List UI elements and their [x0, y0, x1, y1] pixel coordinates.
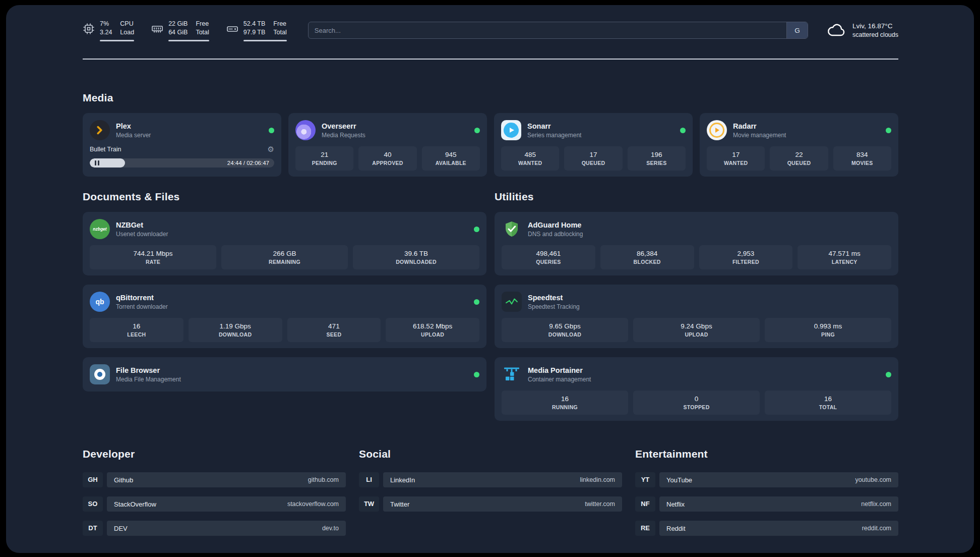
utilities-heading: Utilities [495, 191, 898, 203]
stackoverflow-abbr: SO [83, 496, 103, 512]
weather-location-temp: Lviv, 16.87°C [852, 22, 898, 31]
radarr-status-dot [886, 128, 891, 133]
radarr-icon [707, 120, 727, 140]
player-settings-gear-icon[interactable]: ⚙ [268, 144, 274, 154]
bookmark-youtube[interactable]: YT YouTube youtube.com [635, 472, 898, 487]
disk-free-label: Free [273, 20, 286, 28]
sonarr-app-link[interactable]: Sonarr Series management [501, 119, 686, 141]
qbittorrent-name: qBittorrent [116, 294, 168, 302]
media-section: Media Plex Media server [83, 92, 898, 177]
disk-free-value: 52.4 TB [243, 20, 266, 28]
portainer-stat-stopped: 0 STOPPED [633, 391, 760, 415]
qbittorrent-stat-leech: 16 LEECH [90, 318, 183, 342]
adguard-subtitle: DNS and adblocking [528, 231, 583, 238]
disk-total-value: 97.9 TB [243, 28, 266, 37]
linkedin-abbr: LI [359, 472, 379, 487]
dev-abbr: DT [83, 521, 103, 536]
adguard-card: AdGuard Home DNS and adblocking 498,461 … [495, 212, 898, 275]
portainer-app-link[interactable]: Media Portainer Container management [502, 363, 891, 385]
dashboard-panel: 7% 3.24 CPU Load [6, 5, 974, 553]
media-heading: Media [83, 92, 898, 104]
ram-free-label: Free [196, 20, 209, 28]
ram-monitor: 22 GiB 64 GiB Free Total [151, 20, 209, 41]
radarr-card: Radarr Movie management 17 WANTED 22 QUE… [700, 113, 898, 177]
adguard-app-link[interactable]: AdGuard Home DNS and adblocking [502, 218, 891, 240]
nzbget-stat-remaining: 266 GB REMAINING [221, 245, 348, 269]
nzbget-card: nzbget NZBGet Usenet downloader 744.21 M… [83, 212, 486, 275]
now-playing-title: Bullet Train [90, 146, 121, 153]
speedtest-app-link[interactable]: Speedtest Speedtest Tracking [502, 291, 891, 313]
plex-icon [90, 120, 110, 140]
search-input[interactable] [309, 22, 786, 38]
qbittorrent-stat-upload: 618.52 Mbps UPLOAD [386, 318, 479, 342]
bookmark-twitter[interactable]: TW Twitter twitter.com [359, 496, 622, 512]
pause-icon[interactable] [95, 160, 99, 165]
nzbget-status-dot [474, 227, 479, 232]
speedtest-card: Speedtest Speedtest Tracking 9.65 Gbps D… [495, 285, 898, 348]
sonarr-stat-queued: 17 QUEUED [564, 146, 622, 171]
documents-heading: Documents & Files [83, 191, 486, 203]
overseerr-card: Overseerr Media Requests 21 PENDING 40 A… [288, 113, 487, 177]
speedtest-stat-download: 9.65 Gbps DOWNLOAD [502, 318, 628, 342]
ram-usage-bar [168, 40, 209, 41]
utilities-column: Utilities AdGuard Home DNS and adblockin… [495, 191, 898, 430]
overseerr-name: Overseerr [322, 122, 365, 131]
overseerr-app-link[interactable]: Overseerr Media Requests [295, 119, 480, 141]
bookmark-reddit[interactable]: RE Reddit reddit.com [635, 521, 898, 536]
disk-icon [226, 23, 238, 35]
qbittorrent-subtitle: Torrent downloader [116, 303, 168, 310]
plex-app-link[interactable]: Plex Media server [90, 119, 274, 141]
ram-free-value: 22 GiB [168, 20, 188, 28]
radarr-name: Radarr [733, 122, 786, 131]
speedtest-stat-ping: 0.993 ms PING [765, 318, 891, 342]
nzbget-stat-downloaded: 39.6 TB DOWNLOADED [353, 245, 479, 269]
adguard-stat-latency: 47.571 ms LATENCY [798, 245, 891, 269]
disk-monitor: 52.4 TB 97.9 TB Free Total [226, 20, 287, 41]
plex-subtitle: Media server [116, 132, 151, 139]
cpu-usage-bar [100, 40, 134, 41]
search-engine-button[interactable]: G [786, 22, 808, 38]
ram-icon [151, 23, 163, 35]
radarr-app-link[interactable]: Radarr Movie management [707, 119, 891, 141]
nzbget-app-link[interactable]: nzbget NZBGet Usenet downloader [90, 218, 479, 240]
system-monitors: 7% 3.24 CPU Load [83, 20, 287, 41]
adguard-stat-blocked: 86,384 BLOCKED [600, 245, 694, 269]
sonarr-stat-wanted: 485 WANTED [501, 146, 559, 171]
weather-widget: Lviv, 16.87°C scattered clouds [826, 22, 898, 39]
speedtest-name: Speedtest [528, 294, 580, 302]
weather-condition: scattered clouds [852, 31, 898, 39]
sonarr-subtitle: Series management [527, 132, 581, 139]
developer-links: Developer GH Github github.com SO StackO… [83, 448, 346, 545]
sonarr-icon [501, 120, 521, 140]
portainer-card: Media Portainer Container management 16 … [495, 357, 898, 421]
overseerr-subtitle: Media Requests [322, 132, 365, 139]
overseerr-stat-approved: 40 APPROVED [358, 146, 416, 171]
top-bar: 7% 3.24 CPU Load [83, 15, 898, 45]
radarr-stat-queued: 22 QUEUED [770, 146, 828, 171]
bookmark-linkedin[interactable]: LI LinkedIn linkedin.com [359, 472, 622, 487]
adguard-name: AdGuard Home [528, 221, 583, 230]
qbittorrent-status-dot [474, 299, 479, 305]
bookmark-stackoverflow[interactable]: SO StackOverflow stackoverflow.com [83, 496, 346, 512]
sonarr-card: Sonarr Series management 485 WANTED 17 Q… [494, 113, 693, 177]
player-time: 24:44 / 02:06:47 [227, 158, 269, 168]
disk-total-label: Total [273, 28, 286, 37]
portainer-subtitle: Container management [528, 376, 591, 383]
portainer-stat-total: 16 TOTAL [765, 391, 891, 415]
filebrowser-app-link[interactable]: File Browser Media File Management [90, 363, 479, 385]
adguard-stat-queries: 498,461 QUERIES [502, 245, 595, 269]
disk-usage-bar [243, 40, 287, 41]
youtube-abbr: YT [635, 472, 655, 487]
bookmark-github[interactable]: GH Github github.com [83, 472, 346, 487]
cloud-icon [826, 23, 846, 38]
speedtest-icon [502, 292, 522, 312]
player-seek-bar[interactable]: 24:44 / 02:06:47 [90, 158, 274, 168]
plex-card: Plex Media server Bullet Train ⚙ 24:44 /… [83, 113, 281, 177]
developer-heading: Developer [83, 448, 346, 460]
cpu-load-value: 3.24 [100, 28, 112, 37]
radarr-stat-wanted: 17 WANTED [707, 146, 765, 171]
bookmark-netflix[interactable]: NF Netflix netflix.com [635, 496, 898, 512]
overseerr-icon [295, 120, 316, 140]
bookmark-dev[interactable]: DT DEV dev.to [83, 521, 346, 536]
qbittorrent-app-link[interactable]: qb qBittorrent Torrent downloader [90, 291, 479, 313]
